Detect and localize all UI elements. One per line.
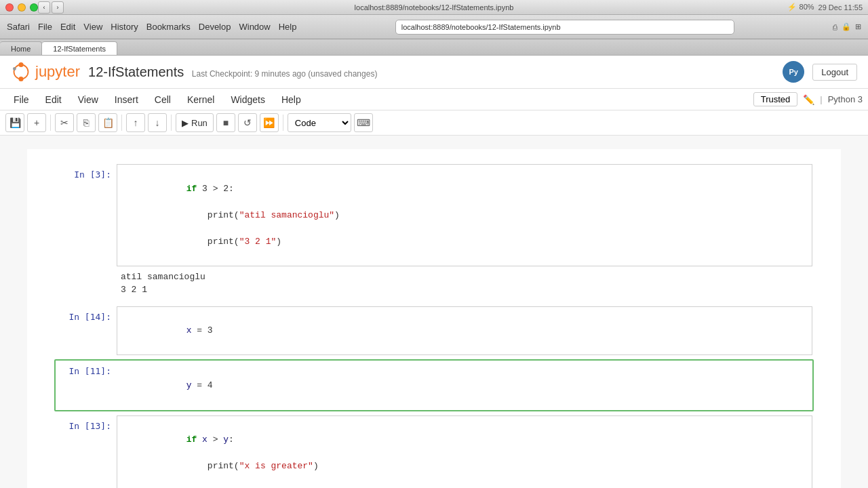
cell-3-prompt: In [11]: <box>56 361 117 382</box>
cell-3-content[interactable]: y = 4 <box>117 361 812 410</box>
trusted-button[interactable]: Trusted <box>753 92 798 106</box>
nav-arrows: ‹ › <box>38 1 64 14</box>
cell-3-selected[interactable]: In [11]: y = 4 <box>54 359 814 411</box>
copy-button[interactable]: ⎘ <box>77 113 96 132</box>
cell-1-output: atil samancioglu3 2 1 <box>115 268 814 305</box>
menu-bookmarks[interactable]: Bookmarks <box>146 22 191 32</box>
move-down-button[interactable]: ↓ <box>148 113 167 132</box>
menu-item-view[interactable]: View <box>70 92 106 108</box>
share-icon[interactable]: ⎙ <box>833 23 837 31</box>
notebook-container: In [3]: if 3 > 2: print("atil samanciogl… <box>0 136 868 488</box>
title-bar-right: ⚡ 80% 29 Dec 11:55 <box>787 3 863 12</box>
stop-button[interactable]: ■ <box>216 113 235 132</box>
tab-bar: Home 12-IfStatements <box>0 39 868 56</box>
fast-forward-button[interactable]: ⏩ <box>260 113 279 132</box>
url-bar[interactable]: localhost:8889/notebooks/12-IfStatements… <box>395 20 734 35</box>
safari-toolbar: Safari File Edit View History Bookmarks … <box>0 15 868 39</box>
close-button[interactable] <box>5 3 14 12</box>
move-up-button[interactable]: ↑ <box>126 113 145 132</box>
cell-4-code: if x > y: print("x is greater") else: pr… <box>123 420 806 489</box>
python-logo: Py <box>783 61 804 83</box>
notebook-title[interactable]: 12-IfStatements <box>88 64 184 79</box>
tab-notebook-label: 12-IfStatements <box>53 45 106 53</box>
menu-file[interactable]: File <box>38 22 52 32</box>
cell-1[interactable]: In [3]: if 3 > 2: print("atil samanciogl… <box>54 163 814 268</box>
forward-button[interactable]: › <box>52 1 64 14</box>
window-title: localhost:8889/notebooks/12-IfStatements… <box>355 3 514 12</box>
battery-info: ⚡ 80% <box>787 3 814 12</box>
paste-button[interactable]: 📋 <box>98 113 117 132</box>
cell-type-selector[interactable]: Code Markdown Raw <box>288 113 351 132</box>
logout-button[interactable]: Logout <box>812 64 857 81</box>
menu-item-file[interactable]: File <box>5 92 37 108</box>
run-label: Run <box>191 118 208 128</box>
svg-point-3 <box>13 67 16 70</box>
checkpoint-text: Last Checkpoint: 9 minutes ago (unsaved … <box>192 69 378 79</box>
menu-item-kernel[interactable]: Kernel <box>179 92 222 108</box>
time-display: 29 Dec 11:55 <box>818 3 863 12</box>
minimize-button[interactable] <box>18 3 26 12</box>
jupyter-logo: jupyter <box>11 62 80 82</box>
kernel-info: Python 3 <box>828 94 863 104</box>
restart-button[interactable]: ↺ <box>238 113 257 132</box>
menu-item-edit[interactable]: Edit <box>37 92 70 108</box>
cell-2-content[interactable]: x = 3 <box>117 306 812 356</box>
run-button[interactable]: ▶ Run <box>176 113 214 132</box>
menu-item-insert[interactable]: Insert <box>106 92 146 108</box>
notebook-menu-bar: File Edit View Insert Cell Kernel Widget… <box>0 89 868 110</box>
cell-1-code: if 3 > 2: print("atil samancioglu") prin… <box>123 169 806 262</box>
menu-window[interactable]: Window <box>239 22 270 32</box>
tab-home[interactable]: Home <box>0 41 42 55</box>
tab-notebook[interactable]: 12-IfStatements <box>42 41 117 55</box>
tab-home-label: Home <box>11 45 31 53</box>
notebook-menu-items: File Edit View Insert Cell Kernel Widget… <box>5 92 309 108</box>
cell-2-prompt: In [14]: <box>56 306 117 327</box>
toolbar-separator-2 <box>121 115 122 131</box>
cell-4-prompt: In [13]: <box>56 415 117 436</box>
jupyter-logo-icon <box>11 62 31 82</box>
menu-item-cell[interactable]: Cell <box>146 92 179 108</box>
notebook-toolbar: 💾 + ✂ ⎘ 📋 ↑ ↓ ▶ Run ■ ↺ ⏩ Code Markdown … <box>0 110 868 136</box>
notebook-inner: In [3]: if 3 > 2: print("atil samanciogl… <box>27 149 841 488</box>
menu-right: Trusted ✏️ | Python 3 <box>753 92 863 106</box>
safari-menu: Safari File Edit View History Bookmarks … <box>7 22 296 32</box>
jupyter-logo-text: jupyter <box>35 63 80 81</box>
menu-help[interactable]: Help <box>279 22 297 32</box>
cell-4[interactable]: In [13]: if x > y: print("x is greater")… <box>54 414 814 489</box>
cell-2[interactable]: In [14]: x = 3 <box>54 305 814 357</box>
keyboard-shortcuts-button[interactable]: ⌨ <box>354 113 373 132</box>
safari-toolbar-right: ⎙ 🔒 ⊞ <box>833 22 861 31</box>
cell-2-code: x = 3 <box>123 311 806 351</box>
cell-3-code: y = 4 <box>123 365 806 405</box>
jupyter-header: jupyter 12-IfStatements Last Checkpoint:… <box>0 56 868 89</box>
menu-edit[interactable]: Edit <box>60 22 75 32</box>
toolbar-separator-3 <box>171 115 172 131</box>
add-cell-button[interactable]: + <box>27 113 46 132</box>
menu-item-help[interactable]: Help <box>273 92 309 108</box>
notebook-info: 12-IfStatements Last Checkpoint: 9 minut… <box>88 64 377 80</box>
toolbar-separator-1 <box>50 115 51 131</box>
title-bar: ‹ › localhost:8889/notebooks/12-IfStatem… <box>0 0 868 15</box>
save-button[interactable]: 💾 <box>5 113 24 132</box>
cell-1-content[interactable]: if 3 > 2: print("atil samancioglu") prin… <box>117 164 812 266</box>
toolbar-separator-4 <box>283 115 283 131</box>
menu-history[interactable]: History <box>111 22 138 32</box>
cell-4-content[interactable]: if x > y: print("x is greater") else: pr… <box>117 415 812 489</box>
reader-icon[interactable]: ⊞ <box>855 22 861 31</box>
run-icon: ▶ <box>182 118 189 128</box>
menu-develop[interactable]: Develop <box>199 22 231 32</box>
cell-1-prompt: In [3]: <box>56 164 117 185</box>
traffic-lights <box>5 3 38 12</box>
maximize-button[interactable] <box>30 3 38 12</box>
cut-button[interactable]: ✂ <box>55 113 74 132</box>
back-button[interactable]: ‹ <box>38 1 50 14</box>
jupyter-header-right: Py Logout <box>783 61 857 83</box>
menu-item-widgets[interactable]: Widgets <box>222 92 273 108</box>
menu-safari[interactable]: Safari <box>7 22 30 32</box>
lock-icon: 🔒 <box>842 22 851 31</box>
edit-icon[interactable]: ✏️ <box>803 94 814 105</box>
menu-view[interactable]: View <box>83 22 102 32</box>
url-text: localhost:8889/notebooks/12-IfStatements… <box>401 23 561 31</box>
